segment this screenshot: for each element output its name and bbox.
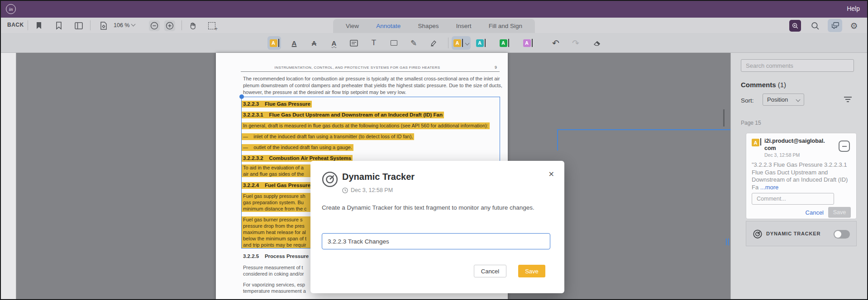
app-window: in Help BACK 106 % + xyxy=(0,0,868,300)
highlighted-line[interactable]: — inlet of the induced draft fan using a… xyxy=(242,133,414,140)
header-rule xyxy=(241,71,500,72)
comments-panel-button[interactable] xyxy=(828,19,842,32)
gear-icon[interactable]: ⚙ xyxy=(848,20,860,32)
highlight-style-violet-button[interactable]: A xyxy=(521,36,534,50)
document-page-number: 9 xyxy=(495,65,497,70)
dynamic-tracker-section: DYNAMIC TRACKER xyxy=(746,221,857,246)
comment-author: i2i.product@saiglobal.com xyxy=(764,137,827,152)
filter-icon[interactable] xyxy=(844,97,852,102)
comments-count: (1) xyxy=(778,81,786,89)
highlight-tool-button[interactable]: A xyxy=(267,36,281,50)
doc-paragraph-line: Pressure measurement of t xyxy=(243,264,303,271)
note-tool-button[interactable] xyxy=(347,36,361,50)
search-icon[interactable] xyxy=(809,20,821,32)
collapse-comment-icon[interactable] xyxy=(839,141,850,152)
comment-date: Dec 3, 12:58 PM xyxy=(764,152,800,158)
tab-insert[interactable]: Insert xyxy=(456,23,472,29)
doc-paragraph-line: plenum downstream of control dampers and… xyxy=(243,82,502,89)
panel-resize-handle[interactable] xyxy=(726,239,727,245)
doc-paragraph-line: For vaporizing services, esp xyxy=(243,281,305,288)
tab-annotate[interactable]: Annotate xyxy=(376,23,401,29)
chevron-down-icon xyxy=(131,22,136,27)
strikethrough-tool-button[interactable]: A xyxy=(307,36,321,50)
underline-tool-button[interactable]: A xyxy=(287,36,301,50)
back-button[interactable]: BACK xyxy=(7,22,24,28)
document-header: Instrumentation, Control, and Protective… xyxy=(234,66,481,70)
divider xyxy=(28,20,28,30)
dynamic-tracker-toggle[interactable] xyxy=(834,230,850,239)
divider xyxy=(90,20,91,30)
comment-leader-line xyxy=(557,129,730,130)
highlighted-heading[interactable]: 3.2.2.3.1 Flue Gas Duct Upstream and Dow… xyxy=(242,112,444,118)
undo-button[interactable]: ↶ xyxy=(549,36,563,50)
comment-cancel-button[interactable]: Cancel xyxy=(806,209,824,216)
dialog-title: Dynamic Tracker xyxy=(342,172,415,182)
sort-dropdown[interactable]: Position xyxy=(763,94,804,106)
divider xyxy=(448,38,448,48)
pen-tool-button[interactable]: ✎ xyxy=(407,36,420,50)
page-group-label: Page 15 xyxy=(741,120,761,126)
marquee-select-icon[interactable]: + xyxy=(206,20,218,32)
help-link[interactable]: Help xyxy=(847,5,860,12)
comment-reply-input[interactable] xyxy=(752,193,834,205)
doc-heading: 3.2.2.5 Process Pressure xyxy=(243,253,309,259)
highlighted-heading[interactable]: 3.2.2.4 Fuel Gas Pressure xyxy=(242,182,312,189)
rectangle-tool-button[interactable] xyxy=(387,36,401,50)
sort-label: Sort: xyxy=(741,97,754,104)
free-text-tool-button[interactable]: T xyxy=(367,36,381,50)
tab-shapes[interactable]: Shapes xyxy=(418,23,439,29)
bookmark-filled-icon[interactable] xyxy=(33,20,45,32)
dynamic-tracker-dialog: Dynamic Tracker Dec 3, 12:58 PM ✕ Create… xyxy=(310,161,564,293)
zoom-level-value: 106 % xyxy=(114,22,129,28)
highlighted-heading[interactable]: 3.2.2.3 Flue Gas Pressure xyxy=(242,101,312,108)
dynamic-tracker-icon xyxy=(753,229,763,241)
chevron-down-icon xyxy=(465,41,470,45)
dialog-cancel-button[interactable]: Cancel xyxy=(474,265,506,277)
toggle-knob xyxy=(835,231,841,238)
app-logo-icon: in xyxy=(6,4,16,14)
doc-heading: 3.2.3 Flow xyxy=(243,298,272,300)
search-add-button[interactable] xyxy=(789,20,801,32)
annotate-toolbar: A A A A T ✎ A A A A ↶ ↷ xyxy=(1,33,867,53)
marker-tool-button[interactable] xyxy=(427,36,440,50)
squiggly-tool-button[interactable]: A xyxy=(327,36,341,50)
doc-paragraph-line: however, the pressure at the desired air… xyxy=(243,89,406,95)
highlight-style-green-button[interactable]: A xyxy=(497,36,511,50)
panel-resize-handle[interactable] xyxy=(728,239,729,245)
canvas-scrollbar-thumb[interactable] xyxy=(723,109,725,127)
dialog-save-button[interactable]: Save xyxy=(518,265,545,277)
comment-card[interactable]: A i2i.product@saiglobal.com Dec 3, 12:58… xyxy=(746,133,857,219)
comment-leader-line xyxy=(557,129,558,150)
dynamic-tracker-icon xyxy=(321,171,339,190)
comments-title: Comments (1) xyxy=(741,81,786,89)
left-panel-strip[interactable] xyxy=(1,53,16,300)
search-comments-input[interactable] xyxy=(741,59,854,72)
close-dialog-button[interactable]: ✕ xyxy=(548,170,554,178)
comment-save-button[interactable]: Save xyxy=(828,207,851,218)
hand-pan-icon[interactable] xyxy=(187,20,199,32)
redo-button[interactable]: ↷ xyxy=(569,36,582,50)
tracker-name-input[interactable] xyxy=(322,233,550,249)
selection-anchor-handle[interactable] xyxy=(239,94,244,99)
zoom-level-dropdown[interactable]: 106 % xyxy=(114,22,135,28)
bookmark-outline-icon[interactable] xyxy=(53,20,65,32)
more-link[interactable]: ...more xyxy=(760,184,778,191)
page-settings-icon[interactable] xyxy=(98,20,110,32)
highlighted-line[interactable]: In general, draft is measured in flue ga… xyxy=(242,122,490,129)
highlight-style-teal-button[interactable]: A xyxy=(474,36,487,50)
comment-quote: "3.2.2.3 Flue Gas Pressure 3.2.2.3.1 Flu… xyxy=(752,161,851,191)
text-cursor-icon xyxy=(760,138,761,145)
zoom-in-button[interactable] xyxy=(164,20,175,31)
highlight-annotation-icon: A xyxy=(752,139,759,146)
tab-fill-and-sign[interactable]: Fill and Sign xyxy=(489,23,522,29)
comments-sidebar: Comments (1) Sort: Position Page 15 A i2… xyxy=(730,53,868,300)
doc-paragraph-line: temperature measurement a xyxy=(243,288,306,294)
eraser-button[interactable] xyxy=(591,36,604,50)
highlighted-line[interactable]: — outlet of the induced draft fan using … xyxy=(242,144,353,151)
tab-view[interactable]: View xyxy=(346,23,359,29)
doc-paragraph-line: considered in coking and/or xyxy=(243,271,304,277)
side-panel-icon[interactable] xyxy=(73,20,85,32)
chevron-down-icon xyxy=(796,98,801,102)
highlight-style-yellow-button[interactable]: A xyxy=(452,36,471,50)
zoom-out-button[interactable] xyxy=(149,20,160,31)
